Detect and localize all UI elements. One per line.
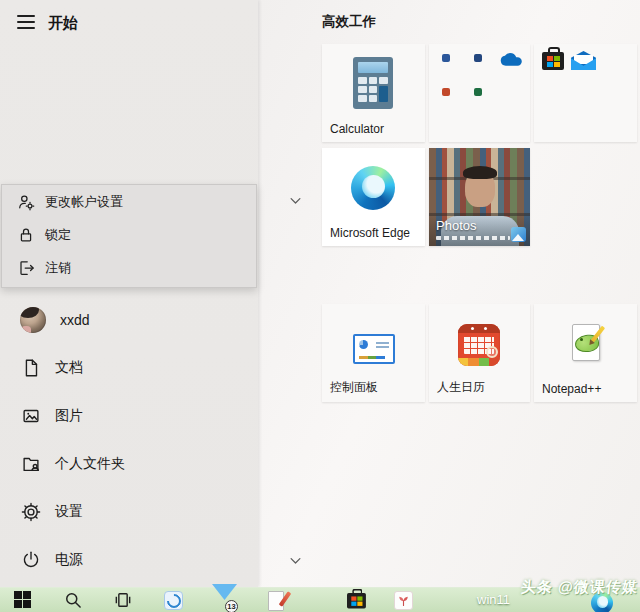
flyout-item-label: 更改帐户设置 [45, 193, 123, 211]
sidebar-item-label: 个人文件夹 [55, 455, 125, 473]
flyout-item-label: 锁定 [45, 226, 71, 244]
control-panel-icon [353, 334, 395, 364]
tile-label: Microsoft Edge [330, 226, 410, 240]
task-view-icon[interactable] [113, 590, 133, 612]
windows10-start-screen: 开始 xxdd 文档 图片 个人文件夹 [0, 0, 640, 612]
flyout-item-sign-out[interactable]: 注销 [2, 251, 256, 284]
store-icon [542, 52, 564, 70]
lock-icon [16, 224, 36, 246]
tile-label: 人生日历 [437, 379, 485, 396]
account-flyout: 更改帐户设置 锁定 注销 [1, 184, 257, 288]
tile-label: Photos [436, 218, 476, 233]
sidebar-item-user-xxdd[interactable]: xxdd [0, 296, 258, 344]
word-dot-icon [442, 54, 450, 62]
sidebar-item-personal-folder[interactable]: 个人文件夹 [0, 440, 258, 488]
notes-app-icon[interactable] [268, 591, 284, 611]
document-icon [20, 357, 42, 379]
chevron-down-icon[interactable] [288, 553, 303, 568]
user-settings-icon [16, 191, 36, 213]
photos-app-icon [511, 227, 526, 242]
tile-microsoft-edge[interactable]: Microsoft Edge [322, 148, 425, 246]
start-button-windows-logo[interactable] [14, 591, 31, 608]
tile-office-folder[interactable] [429, 44, 530, 142]
sign-out-icon [16, 257, 36, 279]
settings-gear-icon [20, 501, 42, 523]
mail-unread-badge: 13 [225, 600, 238, 612]
tile-label: 控制面板 [330, 379, 378, 396]
sidebar-item-pictures[interactable]: 图片 [0, 392, 258, 440]
hamburger-bar [17, 27, 35, 29]
user-avatar [20, 307, 46, 333]
tile-photos[interactable]: Photos [429, 148, 530, 246]
edge-icon [351, 166, 395, 210]
person-photo [465, 170, 495, 207]
flower-app-icon[interactable] [394, 591, 413, 610]
microsoft-store-icon[interactable] [347, 593, 366, 608]
tile-store-mail-folder[interactable] [534, 44, 637, 142]
powerpoint-dot-icon [442, 88, 450, 96]
chevron-down-icon[interactable] [288, 193, 303, 208]
start-left-rail: 开始 xxdd 文档 图片 个人文件夹 [0, 0, 258, 587]
mail-icon [571, 51, 596, 70]
sidebar-item-label: 图片 [55, 407, 83, 425]
sidebar-item-label: xxdd [60, 312, 90, 328]
pictures-icon [20, 405, 42, 427]
tile-control-panel[interactable]: 控制面板 [322, 304, 425, 402]
flyout-item-lock[interactable]: 锁定 [2, 218, 256, 251]
calendar-icon [458, 324, 500, 366]
sidebar-item-label: 设置 [55, 503, 83, 521]
hamburger-bar [17, 15, 35, 17]
excel-dot-icon [474, 88, 482, 96]
hamburger-bar [17, 21, 35, 23]
sidebar-item-documents[interactable]: 文档 [0, 344, 258, 392]
sidebar-item-settings[interactable]: 设置 [0, 488, 258, 536]
onedrive-cloud-icon [499, 50, 526, 68]
search-icon[interactable] [63, 590, 83, 612]
taskbar-win11-label[interactable]: win11 [477, 592, 510, 607]
watermark-text: 头条 @微课传媒 [520, 578, 638, 597]
tile-label: Notepad++ [542, 382, 601, 396]
tile-calculator[interactable]: Calculator [322, 44, 425, 142]
notepad-plus-plus-icon [566, 322, 604, 364]
tile-notepad-plus-plus[interactable]: Notepad++ [534, 304, 637, 402]
backup-app-icon[interactable] [164, 591, 183, 610]
start-title: 开始 [48, 14, 78, 33]
hamburger-menu-button[interactable] [17, 15, 35, 30]
sidebar-item-power[interactable]: 电源 [0, 536, 258, 584]
flyout-item-change-account-settings[interactable]: 更改帐户设置 [2, 185, 256, 218]
power-icon [20, 549, 42, 571]
personal-folder-icon [20, 453, 42, 475]
flyout-item-label: 注销 [45, 259, 71, 277]
sidebar-item-label: 电源 [55, 551, 83, 569]
app-dot-icon [474, 54, 482, 62]
tile-life-calendar[interactable]: 人生日历 [429, 304, 530, 402]
calculator-icon [353, 57, 393, 109]
sidebar-item-label: 文档 [55, 359, 83, 377]
photo-caption-text [436, 236, 510, 240]
tile-label: Calculator [330, 122, 384, 136]
tile-group-title[interactable]: 高效工作 [322, 13, 376, 31]
